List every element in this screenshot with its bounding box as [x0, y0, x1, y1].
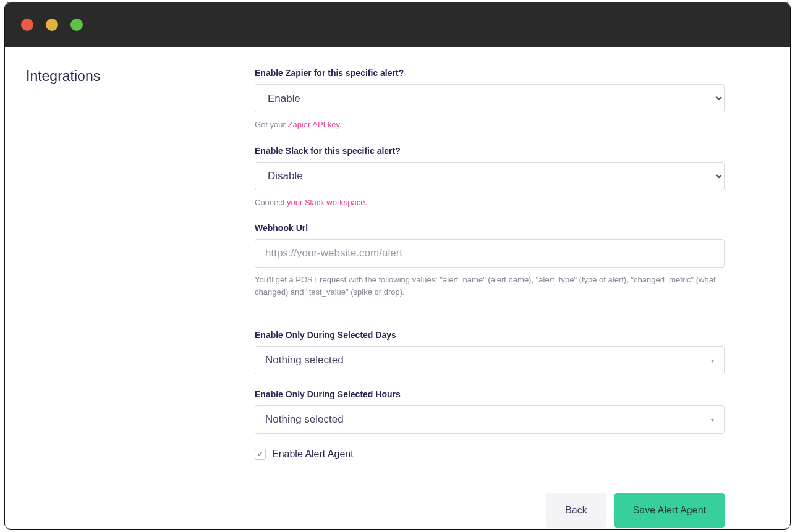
field-hours: Enable Only During Selected Hours Nothin… [255, 389, 725, 434]
content: Integrations Enable Zapier for this spec… [5, 47, 790, 530]
days-select[interactable]: Nothing selected ▾ [255, 346, 725, 374]
webhook-help: You'll get a POST request with the follo… [255, 274, 725, 298]
save-button[interactable]: Save Alert Agent [614, 493, 725, 528]
zapier-select[interactable]: Enable [255, 84, 725, 112]
enable-agent-checkbox[interactable]: ✓ [255, 449, 266, 460]
back-button[interactable]: Back [546, 493, 606, 528]
slack-help-prefix: Connect [255, 198, 287, 207]
slack-help: Connect your Slack workspace. [255, 196, 725, 209]
field-zapier: Enable Zapier for this specific alert? E… [255, 68, 725, 131]
hours-value: Nothing selected [265, 413, 344, 426]
zapier-help-prefix: Get your [255, 120, 287, 129]
minimize-icon[interactable] [46, 19, 58, 31]
section-title: Integrations [26, 68, 255, 85]
zapier-help-suffix: . [339, 120, 342, 129]
webhook-input[interactable] [255, 239, 725, 268]
slack-help-suffix: . [365, 198, 368, 207]
section-side: Integrations [26, 68, 255, 528]
zapier-help: Get your Zapier API key. [255, 119, 725, 131]
zapier-label: Enable Zapier for this specific alert? [255, 68, 725, 78]
days-label: Enable Only During Selected Days [255, 330, 725, 340]
chevron-down-icon: ▾ [711, 416, 714, 423]
webhook-label: Webhook Url [255, 223, 725, 233]
days-value: Nothing selected [265, 354, 344, 366]
slack-workspace-link[interactable]: your Slack workspace [287, 198, 365, 207]
hours-select[interactable]: Nothing selected ▾ [255, 405, 725, 434]
form: Enable Zapier for this specific alert? E… [255, 68, 725, 528]
enable-agent-row: ✓ Enable Alert Agent [255, 449, 725, 460]
zapier-api-key-link[interactable]: Zapier API key [287, 120, 339, 129]
slack-select[interactable]: Disable [255, 162, 725, 190]
field-webhook: Webhook Url You'll get a POST request wi… [255, 223, 725, 298]
titlebar [5, 2, 790, 47]
chevron-down-icon: ▾ [711, 357, 714, 364]
hours-label: Enable Only During Selected Hours [255, 389, 725, 399]
window: Integrations Enable Zapier for this spec… [4, 2, 791, 530]
field-days: Enable Only During Selected Days Nothing… [255, 330, 725, 374]
enable-agent-label: Enable Alert Agent [272, 449, 354, 460]
slack-label: Enable Slack for this specific alert? [255, 146, 725, 156]
field-slack: Enable Slack for this specific alert? Di… [255, 146, 725, 209]
maximize-icon[interactable] [70, 19, 83, 31]
footer: Back Save Alert Agent [255, 493, 725, 528]
close-icon[interactable] [21, 19, 33, 31]
check-icon: ✓ [257, 450, 263, 458]
